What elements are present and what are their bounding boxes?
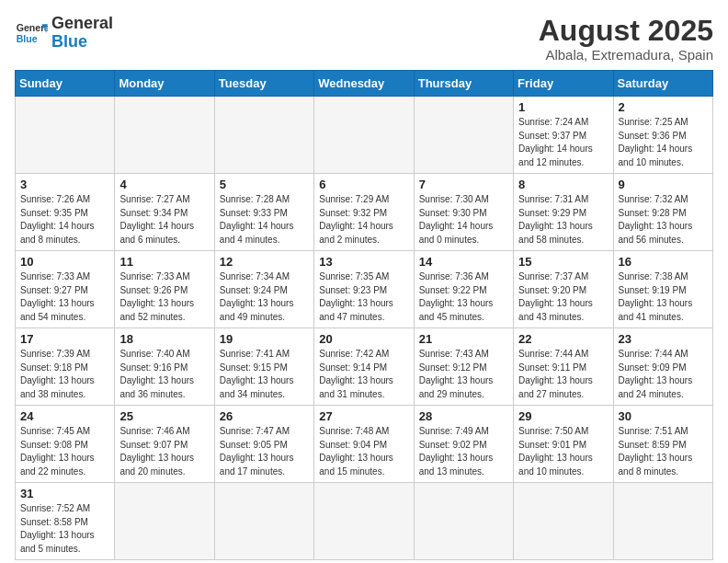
day-number: 17 [20, 332, 109, 346]
day-number: 19 [220, 332, 309, 346]
day-info: Sunrise: 7:38 AM Sunset: 9:19 PM Dayligh… [619, 270, 708, 324]
day-info: Sunrise: 7:26 AM Sunset: 9:35 PM Dayligh… [20, 193, 109, 247]
day-number: 11 [119, 255, 209, 269]
calendar: SundayMondayTuesdayWednesdayThursdayFrid… [15, 70, 713, 560]
day-number: 16 [619, 255, 708, 269]
day-cell: 31Sunrise: 7:52 AM Sunset: 8:58 PM Dayli… [16, 483, 115, 560]
week-row-4: 24Sunrise: 7:45 AM Sunset: 9:08 PM Dayli… [16, 406, 713, 483]
day-cell [214, 483, 313, 560]
day-cell: 20Sunrise: 7:42 AM Sunset: 9:14 PM Dayli… [314, 328, 414, 406]
day-cell: 4Sunrise: 7:27 AM Sunset: 9:34 PM Daylig… [115, 174, 214, 251]
logo-blue-text: Blue [51, 33, 113, 52]
day-cell [414, 97, 513, 174]
day-number: 22 [518, 332, 608, 346]
day-number: 1 [518, 100, 608, 114]
day-cell: 19Sunrise: 7:41 AM Sunset: 9:15 PM Dayli… [214, 328, 313, 406]
day-cell: 5Sunrise: 7:28 AM Sunset: 9:33 PM Daylig… [214, 174, 313, 251]
day-cell: 16Sunrise: 7:38 AM Sunset: 9:19 PM Dayli… [613, 251, 712, 328]
day-number: 25 [119, 409, 209, 423]
day-cell [214, 97, 313, 174]
day-info: Sunrise: 7:32 AM Sunset: 9:28 PM Dayligh… [619, 193, 708, 247]
day-info: Sunrise: 7:51 AM Sunset: 8:59 PM Dayligh… [619, 425, 708, 478]
day-number: 12 [220, 255, 309, 269]
day-cell: 3Sunrise: 7:26 AM Sunset: 9:35 PM Daylig… [16, 174, 115, 251]
day-number: 13 [319, 255, 408, 269]
weekday-header-sunday: Sunday [16, 71, 115, 97]
day-cell [115, 97, 214, 174]
day-cell [314, 97, 414, 174]
day-cell: 28Sunrise: 7:49 AM Sunset: 9:02 PM Dayli… [414, 406, 513, 483]
day-number: 31 [20, 487, 109, 500]
day-info: Sunrise: 7:33 AM Sunset: 9:26 PM Dayligh… [119, 270, 209, 324]
weekday-header-thursday: Thursday [414, 71, 513, 97]
day-info: Sunrise: 7:52 AM Sunset: 8:58 PM Dayligh… [20, 502, 109, 556]
day-cell: 23Sunrise: 7:44 AM Sunset: 9:09 PM Dayli… [613, 328, 712, 406]
day-cell [314, 483, 414, 560]
day-info: Sunrise: 7:28 AM Sunset: 9:33 PM Dayligh… [220, 193, 309, 247]
day-cell: 7Sunrise: 7:30 AM Sunset: 9:30 PM Daylig… [414, 174, 513, 251]
day-cell: 29Sunrise: 7:50 AM Sunset: 9:01 PM Dayli… [514, 406, 613, 483]
day-number: 20 [319, 332, 408, 346]
day-number: 23 [619, 332, 708, 346]
day-number: 29 [518, 409, 608, 423]
day-info: Sunrise: 7:34 AM Sunset: 9:24 PM Dayligh… [220, 270, 309, 324]
location: Albala, Extremadura, Spain [539, 47, 713, 63]
day-cell: 21Sunrise: 7:43 AM Sunset: 9:12 PM Dayli… [414, 328, 513, 406]
day-info: Sunrise: 7:44 AM Sunset: 9:09 PM Dayligh… [619, 348, 708, 401]
week-row-3: 17Sunrise: 7:39 AM Sunset: 9:18 PM Dayli… [16, 328, 713, 406]
week-row-2: 10Sunrise: 7:33 AM Sunset: 9:27 PM Dayli… [16, 251, 713, 328]
day-info: Sunrise: 7:31 AM Sunset: 9:29 PM Dayligh… [518, 193, 608, 247]
day-cell: 24Sunrise: 7:45 AM Sunset: 9:08 PM Dayli… [16, 406, 115, 483]
day-number: 5 [220, 178, 309, 191]
weekday-header-wednesday: Wednesday [314, 71, 414, 97]
day-info: Sunrise: 7:24 AM Sunset: 9:37 PM Dayligh… [518, 116, 608, 169]
day-number: 2 [619, 100, 708, 114]
day-info: Sunrise: 7:37 AM Sunset: 9:20 PM Dayligh… [518, 270, 608, 324]
day-info: Sunrise: 7:29 AM Sunset: 9:32 PM Dayligh… [319, 193, 408, 247]
day-cell: 22Sunrise: 7:44 AM Sunset: 9:11 PM Dayli… [514, 328, 613, 406]
day-cell: 17Sunrise: 7:39 AM Sunset: 9:18 PM Dayli… [16, 328, 115, 406]
day-cell: 11Sunrise: 7:33 AM Sunset: 9:26 PM Dayli… [115, 251, 214, 328]
day-number: 6 [319, 178, 408, 191]
logo-icon: General Blue [15, 17, 48, 50]
day-info: Sunrise: 7:47 AM Sunset: 9:05 PM Dayligh… [220, 425, 309, 478]
day-cell [414, 483, 513, 560]
day-cell: 6Sunrise: 7:29 AM Sunset: 9:32 PM Daylig… [314, 174, 414, 251]
day-number: 27 [319, 409, 408, 423]
day-number: 8 [518, 178, 608, 191]
day-info: Sunrise: 7:39 AM Sunset: 9:18 PM Dayligh… [20, 348, 109, 401]
day-info: Sunrise: 7:44 AM Sunset: 9:11 PM Dayligh… [518, 348, 608, 401]
day-cell [16, 97, 115, 174]
day-number: 10 [20, 255, 109, 269]
logo: General Blue General Blue [15, 15, 113, 52]
day-cell: 8Sunrise: 7:31 AM Sunset: 9:29 PM Daylig… [514, 174, 613, 251]
day-info: Sunrise: 7:36 AM Sunset: 9:22 PM Dayligh… [419, 270, 508, 324]
day-number: 9 [619, 178, 708, 191]
day-number: 26 [220, 409, 309, 423]
day-cell: 13Sunrise: 7:35 AM Sunset: 9:23 PM Dayli… [314, 251, 414, 328]
day-info: Sunrise: 7:40 AM Sunset: 9:16 PM Dayligh… [119, 348, 209, 401]
day-cell: 26Sunrise: 7:47 AM Sunset: 9:05 PM Dayli… [214, 406, 313, 483]
day-info: Sunrise: 7:50 AM Sunset: 9:01 PM Dayligh… [518, 425, 608, 478]
day-number: 28 [419, 409, 508, 423]
weekday-header-tuesday: Tuesday [214, 71, 313, 97]
svg-text:Blue: Blue [17, 33, 38, 44]
day-number: 30 [619, 409, 708, 423]
day-cell: 27Sunrise: 7:48 AM Sunset: 9:04 PM Dayli… [314, 406, 414, 483]
day-number: 18 [119, 332, 209, 346]
day-info: Sunrise: 7:25 AM Sunset: 9:36 PM Dayligh… [619, 116, 708, 169]
day-info: Sunrise: 7:30 AM Sunset: 9:30 PM Dayligh… [419, 193, 508, 247]
day-number: 4 [119, 178, 209, 191]
week-row-5: 31Sunrise: 7:52 AM Sunset: 8:58 PM Dayli… [16, 483, 713, 560]
weekday-header-friday: Friday [514, 71, 613, 97]
title-block: August 2025 Albala, Extremadura, Spain [539, 15, 713, 63]
day-cell: 30Sunrise: 7:51 AM Sunset: 8:59 PM Dayli… [613, 406, 712, 483]
day-info: Sunrise: 7:35 AM Sunset: 9:23 PM Dayligh… [319, 270, 408, 324]
day-info: Sunrise: 7:33 AM Sunset: 9:27 PM Dayligh… [20, 270, 109, 324]
day-info: Sunrise: 7:49 AM Sunset: 9:02 PM Dayligh… [419, 425, 508, 478]
day-cell: 18Sunrise: 7:40 AM Sunset: 9:16 PM Dayli… [115, 328, 214, 406]
day-info: Sunrise: 7:45 AM Sunset: 9:08 PM Dayligh… [20, 425, 109, 478]
header: General Blue General Blue August 2025 Al… [15, 15, 713, 63]
week-row-1: 3Sunrise: 7:26 AM Sunset: 9:35 PM Daylig… [16, 174, 713, 251]
day-number: 14 [419, 255, 508, 269]
